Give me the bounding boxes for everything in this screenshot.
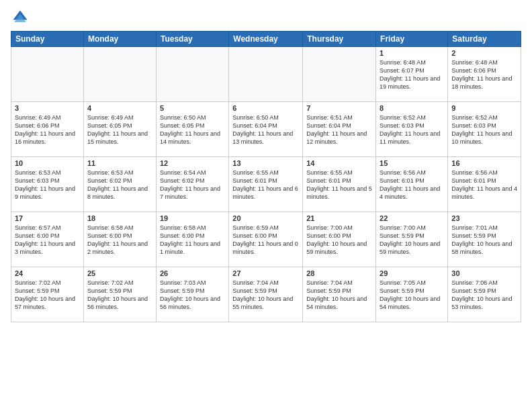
page: SundayMondayTuesdayWednesdayThursdayFrid…: [0, 0, 532, 328]
calendar-cell: 9Sunrise: 6:52 AM Sunset: 6:03 PM Daylig…: [448, 102, 521, 157]
day-number: 17: [15, 214, 80, 222]
day-info: Sunrise: 6:53 AM Sunset: 6:03 PM Dayligh…: [15, 169, 80, 201]
weekday-header-wednesday: Wednesday: [229, 32, 303, 47]
day-info: Sunrise: 7:00 AM Sunset: 6:00 PM Dayligh…: [306, 224, 372, 257]
calendar-cell: 16Sunrise: 6:56 AM Sunset: 6:01 PM Dayli…: [448, 157, 521, 212]
calendar-week-5: 24Sunrise: 7:02 AM Sunset: 5:59 PM Dayli…: [11, 267, 521, 322]
day-number: 10: [15, 159, 80, 167]
day-info: Sunrise: 7:04 AM Sunset: 5:59 PM Dayligh…: [306, 279, 372, 312]
calendar-cell: 24Sunrise: 7:02 AM Sunset: 5:59 PM Dayli…: [11, 267, 84, 322]
calendar-cell: 13Sunrise: 6:55 AM Sunset: 6:01 PM Dayli…: [229, 157, 303, 212]
day-info: Sunrise: 6:55 AM Sunset: 6:01 PM Dayligh…: [232, 169, 299, 201]
calendar-cell: 21Sunrise: 7:00 AM Sunset: 6:00 PM Dayli…: [303, 212, 376, 267]
day-number: 3: [15, 104, 80, 112]
day-number: 22: [380, 214, 444, 222]
weekday-header-friday: Friday: [376, 32, 448, 47]
day-info: Sunrise: 6:59 AM Sunset: 6:00 PM Dayligh…: [232, 224, 299, 257]
day-number: 28: [306, 269, 372, 277]
calendar-cell: 12Sunrise: 6:54 AM Sunset: 6:02 PM Dayli…: [156, 157, 228, 212]
calendar-cell: [83, 47, 156, 102]
calendar-cell: 20Sunrise: 6:59 AM Sunset: 6:00 PM Dayli…: [229, 212, 303, 267]
day-number: 26: [160, 269, 225, 277]
calendar-cell: 25Sunrise: 7:02 AM Sunset: 5:59 PM Dayli…: [83, 267, 156, 322]
day-info: Sunrise: 7:05 AM Sunset: 5:59 PM Dayligh…: [380, 279, 444, 312]
calendar-week-4: 17Sunrise: 6:57 AM Sunset: 6:00 PM Dayli…: [11, 212, 521, 267]
weekday-header-row: SundayMondayTuesdayWednesdayThursdayFrid…: [11, 32, 521, 47]
weekday-header-sunday: Sunday: [11, 32, 84, 47]
day-info: Sunrise: 7:01 AM Sunset: 5:59 PM Dayligh…: [451, 224, 517, 257]
logo: [11, 8, 32, 27]
day-info: Sunrise: 6:56 AM Sunset: 6:01 PM Dayligh…: [380, 169, 444, 201]
day-number: 30: [451, 269, 517, 277]
day-number: 1: [380, 49, 444, 57]
day-info: Sunrise: 7:06 AM Sunset: 5:59 PM Dayligh…: [451, 279, 517, 312]
day-info: Sunrise: 6:52 AM Sunset: 6:03 PM Dayligh…: [451, 113, 517, 146]
calendar-cell: [156, 47, 228, 102]
calendar-cell: 8Sunrise: 6:52 AM Sunset: 6:03 PM Daylig…: [376, 102, 448, 157]
day-info: Sunrise: 6:49 AM Sunset: 6:05 PM Dayligh…: [87, 113, 152, 146]
calendar-cell: [303, 47, 376, 102]
day-info: Sunrise: 6:50 AM Sunset: 6:05 PM Dayligh…: [160, 113, 225, 146]
day-number: 12: [160, 159, 225, 167]
day-info: Sunrise: 6:51 AM Sunset: 6:04 PM Dayligh…: [306, 113, 372, 146]
day-number: 15: [380, 159, 444, 167]
calendar-week-2: 3Sunrise: 6:49 AM Sunset: 6:06 PM Daylig…: [11, 102, 521, 157]
day-info: Sunrise: 7:03 AM Sunset: 5:59 PM Dayligh…: [160, 279, 225, 312]
day-info: Sunrise: 7:02 AM Sunset: 5:59 PM Dayligh…: [87, 279, 152, 312]
day-number: 18: [87, 214, 152, 222]
calendar-cell: 27Sunrise: 7:04 AM Sunset: 5:59 PM Dayli…: [229, 267, 303, 322]
day-number: 6: [232, 104, 299, 112]
calendar-cell: 5Sunrise: 6:50 AM Sunset: 6:05 PM Daylig…: [156, 102, 228, 157]
weekday-header-monday: Monday: [83, 32, 156, 47]
day-number: 27: [232, 269, 299, 277]
day-info: Sunrise: 6:58 AM Sunset: 6:00 PM Dayligh…: [160, 224, 225, 257]
calendar-cell: 29Sunrise: 7:05 AM Sunset: 5:59 PM Dayli…: [376, 267, 448, 322]
day-number: 25: [87, 269, 152, 277]
calendar-cell: 2Sunrise: 6:48 AM Sunset: 6:06 PM Daylig…: [448, 47, 521, 102]
calendar-cell: [11, 47, 84, 102]
day-number: 29: [380, 269, 444, 277]
calendar-cell: 3Sunrise: 6:49 AM Sunset: 6:06 PM Daylig…: [11, 102, 84, 157]
calendar-cell: 1Sunrise: 6:48 AM Sunset: 6:07 PM Daylig…: [376, 47, 448, 102]
calendar-cell: 6Sunrise: 6:50 AM Sunset: 6:04 PM Daylig…: [229, 102, 303, 157]
calendar-cell: 15Sunrise: 6:56 AM Sunset: 6:01 PM Dayli…: [376, 157, 448, 212]
day-info: Sunrise: 6:56 AM Sunset: 6:01 PM Dayligh…: [451, 169, 517, 201]
calendar-cell: 22Sunrise: 7:00 AM Sunset: 5:59 PM Dayli…: [376, 212, 448, 267]
weekday-header-tuesday: Tuesday: [156, 32, 228, 47]
day-info: Sunrise: 6:50 AM Sunset: 6:04 PM Dayligh…: [232, 113, 299, 146]
weekday-header-saturday: Saturday: [448, 32, 521, 47]
calendar-week-3: 10Sunrise: 6:53 AM Sunset: 6:03 PM Dayli…: [11, 157, 521, 212]
day-info: Sunrise: 7:02 AM Sunset: 5:59 PM Dayligh…: [15, 279, 80, 312]
calendar-cell: 23Sunrise: 7:01 AM Sunset: 5:59 PM Dayli…: [448, 212, 521, 267]
weekday-header-thursday: Thursday: [303, 32, 376, 47]
day-number: 16: [451, 159, 517, 167]
day-number: 9: [451, 104, 517, 112]
day-number: 21: [306, 214, 372, 222]
logo-icon: [11, 8, 30, 27]
calendar-week-1: 1Sunrise: 6:48 AM Sunset: 6:07 PM Daylig…: [11, 47, 521, 102]
day-info: Sunrise: 6:48 AM Sunset: 6:06 PM Dayligh…: [451, 58, 517, 91]
calendar-cell: 19Sunrise: 6:58 AM Sunset: 6:00 PM Dayli…: [156, 212, 228, 267]
day-number: 4: [87, 104, 152, 112]
day-number: 13: [232, 159, 299, 167]
day-number: 8: [380, 104, 444, 112]
calendar-cell: 7Sunrise: 6:51 AM Sunset: 6:04 PM Daylig…: [303, 102, 376, 157]
calendar-cell: 17Sunrise: 6:57 AM Sunset: 6:00 PM Dayli…: [11, 212, 84, 267]
calendar-cell: 26Sunrise: 7:03 AM Sunset: 5:59 PM Dayli…: [156, 267, 228, 322]
day-number: 14: [306, 159, 372, 167]
calendar-cell: 28Sunrise: 7:04 AM Sunset: 5:59 PM Dayli…: [303, 267, 376, 322]
day-info: Sunrise: 7:00 AM Sunset: 5:59 PM Dayligh…: [380, 224, 444, 257]
calendar-cell: 30Sunrise: 7:06 AM Sunset: 5:59 PM Dayli…: [448, 267, 521, 322]
day-info: Sunrise: 7:04 AM Sunset: 5:59 PM Dayligh…: [232, 279, 299, 312]
day-number: 7: [306, 104, 372, 112]
day-number: 2: [451, 49, 517, 57]
calendar-cell: 10Sunrise: 6:53 AM Sunset: 6:03 PM Dayli…: [11, 157, 84, 212]
day-number: 5: [160, 104, 225, 112]
day-info: Sunrise: 6:58 AM Sunset: 6:00 PM Dayligh…: [87, 224, 152, 257]
day-info: Sunrise: 6:48 AM Sunset: 6:07 PM Dayligh…: [380, 58, 444, 91]
calendar-cell: 4Sunrise: 6:49 AM Sunset: 6:05 PM Daylig…: [83, 102, 156, 157]
calendar-table: SundayMondayTuesdayWednesdayThursdayFrid…: [11, 31, 521, 322]
calendar-cell: [229, 47, 303, 102]
header: [11, 8, 521, 27]
day-info: Sunrise: 6:53 AM Sunset: 6:02 PM Dayligh…: [87, 169, 152, 201]
